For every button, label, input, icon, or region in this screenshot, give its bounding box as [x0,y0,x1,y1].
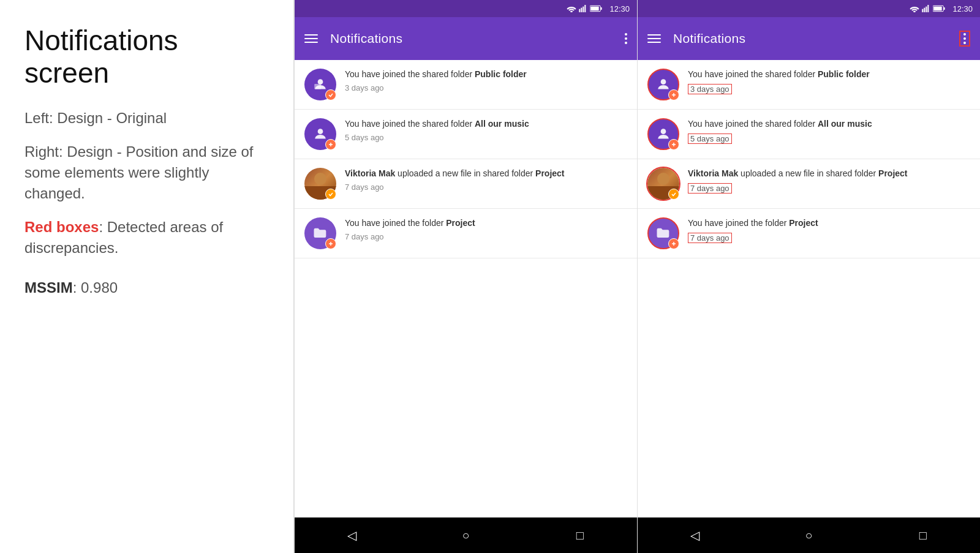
right-app-title: Notifications [673,31,947,46]
left-menu-icon[interactable] [304,34,318,43]
svg-rect-6 [591,7,599,11]
svg-rect-16 [934,7,942,11]
right-bottom-nav: ◁ ○ □ [638,517,980,553]
left-status-bar: 12:30 [295,0,637,17]
left-notification-time-4: 7 days ago [345,232,627,241]
left-notification-text-4: You have joined the folder Project [345,217,627,230]
left-notification-list: You have joined the shared folder Public… [295,60,637,517]
left-avatar-4 [304,217,336,249]
left-notification-text-2: You have joined the shared folder All ou… [345,118,627,130]
red-boxes-label: Red boxes [24,219,99,235]
right-battery-icon [933,5,945,12]
svg-point-9 [318,129,323,134]
right-avatar-1 [647,69,679,100]
page-title: Notifications screen [24,24,269,89]
right-badge-1 [668,89,679,100]
left-notification-text-3: Viktoria Mak uploaded a new file in shar… [345,168,627,180]
svg-rect-12 [926,7,927,12]
left-badge-4 [325,238,336,249]
left-avatar-2 [304,118,336,150]
left-back-button[interactable]: ◁ [336,523,367,547]
red-boxes-description: Red boxes: Detected areas of discrepanci… [24,217,269,258]
right-more-icon[interactable] [959,31,970,47]
svg-point-7 [318,79,323,85]
svg-point-17 [661,79,666,85]
right-avatar-2 [647,118,679,150]
right-phone-screen: 12:30 Notifications [637,0,980,553]
right-folder-person-icon-2 [655,126,671,142]
right-home-button[interactable]: ○ [793,523,824,547]
svg-rect-8 [314,84,321,89]
folder-person-icon [312,77,328,92]
left-badge-2 [325,139,336,150]
right-badge-4 [668,238,679,249]
svg-rect-11 [924,8,925,12]
right-notification-content-2: You have joined the shared folder All ou… [688,118,970,144]
right-notification-text-2: You have joined the shared folder All ou… [688,118,970,130]
signal-icon [579,5,587,12]
left-more-icon[interactable] [625,33,627,44]
right-notification-time-1: 3 days ago [688,84,732,94]
svg-rect-1 [581,8,582,12]
svg-rect-15 [944,7,945,10]
left-notification-text-1: You have joined the shared folder Public… [345,69,627,81]
right-notification-time-3: 7 days ago [688,183,732,194]
right-avatar-4 [647,217,679,249]
left-notification-item-1[interactable]: You have joined the shared folder Public… [295,60,637,110]
left-notification-content-3: Viktoria Mak uploaded a new file in shar… [345,168,627,192]
left-app-bar: Notifications [295,17,637,60]
right-folder-person-icon-1 [655,77,671,92]
svg-rect-10 [922,9,924,12]
right-recent-button[interactable]: □ [908,523,938,547]
right-signal-icon [922,5,930,12]
right-back-button[interactable]: ◁ [679,523,710,547]
left-avatar-1 [304,69,336,100]
mssim-label: MSSIM [24,279,73,296]
left-app-title: Notifications [330,31,612,46]
svg-rect-13 [928,5,929,12]
right-status-icons [910,5,945,12]
right-avatar-3 [647,168,679,200]
left-notification-item-3[interactable]: Viktoria Mak uploaded a new file in shar… [295,159,637,209]
left-notification-time-1: 3 days ago [345,83,627,92]
svg-rect-5 [601,7,602,10]
right-app-bar: Notifications [638,17,980,60]
mssim-score: MSSIM: 0.980 [24,277,269,298]
left-checkmark-3 [325,189,336,200]
right-badge-2 [668,139,679,150]
right-checkmark-3 [668,189,679,200]
left-recent-button[interactable]: □ [565,523,595,547]
right-notification-item-4[interactable]: You have joined the folder Project 7 day… [638,209,980,258]
right-menu-icon[interactable] [647,34,661,43]
battery-icon [590,5,602,12]
left-bottom-nav: ◁ ○ □ [295,517,637,553]
right-notification-text-1: You have joined the shared folder Public… [688,69,970,81]
right-notification-item-1[interactable]: You have joined the shared folder Public… [638,60,980,110]
phones-container: 12:30 Notifications [294,0,980,553]
right-label: Right: Design - Position and size of som… [24,141,269,203]
mssim-value: 0.980 [81,279,118,296]
right-notification-content-3: Viktoria Mak uploaded a new file in shar… [688,168,970,194]
right-notification-item-2[interactable]: You have joined the shared folder All ou… [638,110,980,159]
left-home-button[interactable]: ○ [450,523,481,547]
svg-rect-3 [585,5,586,12]
left-notification-time-2: 5 days ago [345,133,627,142]
left-badge-1 [325,89,336,100]
right-notification-text-3: Viktoria Mak uploaded a new file in shar… [688,168,970,180]
wifi-icon [567,5,576,12]
left-avatar-3 [304,168,336,200]
left-notification-item-2[interactable]: You have joined the shared folder All ou… [295,110,637,159]
right-status-time: 12:30 [952,4,973,13]
folder-person-icon-2 [312,126,328,142]
left-status-time: 12:30 [609,4,630,13]
right-notification-content-1: You have joined the shared folder Public… [688,69,970,94]
right-wifi-icon [910,5,919,12]
left-notification-time-3: 7 days ago [345,182,627,192]
left-notification-item-4[interactable]: You have joined the folder Project 7 day… [295,209,637,258]
left-label: Left: Design - Original [24,108,269,129]
left-notification-content-2: You have joined the shared folder All ou… [345,118,627,142]
right-notification-item-3[interactable]: Viktoria Mak uploaded a new file in shar… [638,159,980,209]
right-notification-time-2: 5 days ago [688,134,732,144]
svg-rect-0 [579,9,581,12]
left-notification-content-4: You have joined the folder Project 7 day… [345,217,627,241]
